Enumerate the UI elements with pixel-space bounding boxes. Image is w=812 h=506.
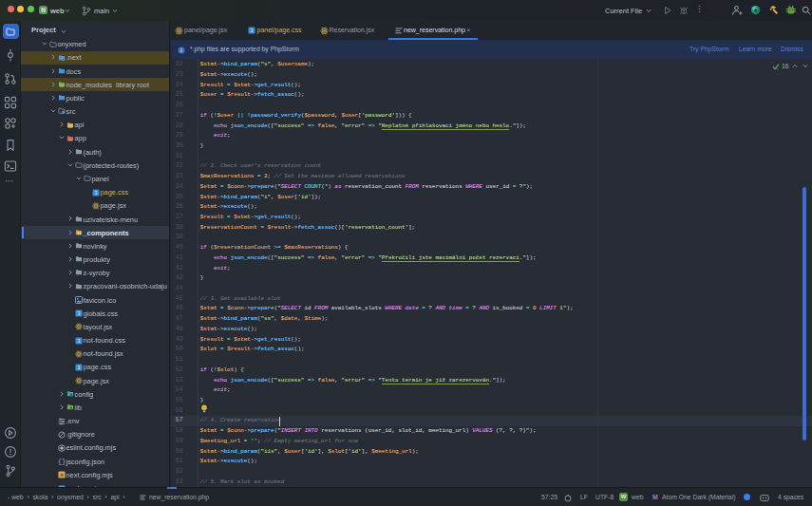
svg-text:n: n (60, 473, 63, 478)
svg-text:3: 3 (77, 338, 80, 344)
svg-text:3: 3 (94, 190, 97, 196)
svg-text:{}: {} (58, 458, 66, 465)
svg-text:3: 3 (251, 28, 254, 33)
svg-text:3: 3 (77, 365, 80, 370)
svg-text:3: 3 (77, 310, 80, 316)
